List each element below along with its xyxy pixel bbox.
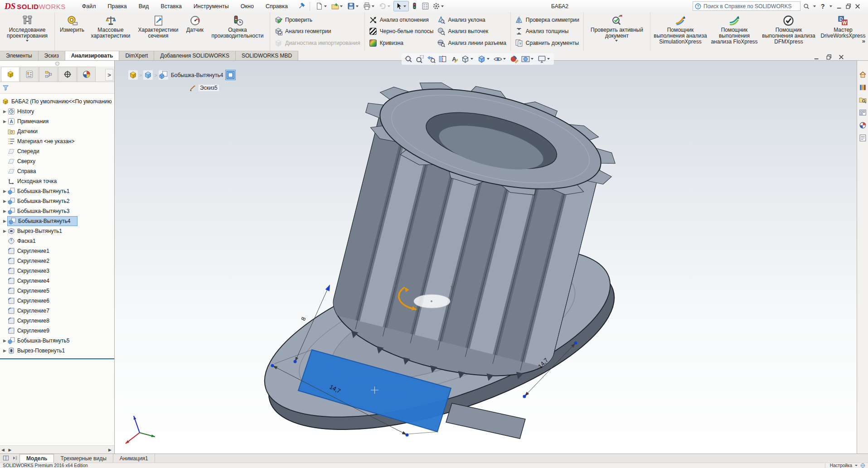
custom-properties-icon[interactable] — [859, 134, 867, 142]
close-window-icon[interactable] — [838, 54, 844, 60]
file-properties-button[interactable] — [420, 1, 431, 11]
ribbon-button-performance-evaluation[interactable]: Оценка производительности — [208, 14, 267, 40]
tree-item-Бобышка-Вытянуть1[interactable]: ▶Бобышка-Вытянуть1 — [0, 186, 114, 196]
zoom-fit-button[interactable] — [404, 55, 413, 63]
tree-root-item[interactable]: БАБА2 (По умолчанию<<По умолчанию — [0, 96, 114, 106]
ribbon-tab-5[interactable]: SOLIDWORKS MBD — [236, 51, 298, 60]
new-document-button[interactable] — [314, 1, 330, 11]
ribbon-button-deviation-analysis[interactable]: Анализ отклонения — [369, 14, 434, 25]
tree-item-Скругление8[interactable]: Скругление8 — [0, 316, 114, 326]
ribbon-button-symmetry-check[interactable]: Проверка симметрии — [515, 14, 579, 25]
panel-tab-configurationmanager[interactable] — [39, 67, 58, 82]
resources-icon[interactable] — [859, 71, 867, 78]
panel-tab-featuremanager[interactable] — [1, 67, 19, 82]
panel-flyout-arrow[interactable]: > — [105, 69, 113, 81]
model-3d-view[interactable]: 14,714,78Yx — [115, 61, 857, 454]
panel-tab-propertymanager[interactable] — [20, 67, 39, 82]
ribbon-button-measure[interactable]: Измерить — [57, 14, 87, 34]
sketch-point[interactable] — [574, 342, 577, 345]
expand-arrow-icon[interactable]: ▶ — [2, 109, 8, 114]
tree-item-Примечания[interactable]: ▶AПримечания — [0, 116, 114, 126]
tree-item-Скругление6[interactable]: Скругление6 — [0, 296, 114, 306]
document-tab-1[interactable]: Трехмерные виды — [54, 454, 113, 463]
expand-arrow-icon[interactable]: ▶ — [2, 189, 8, 193]
tree-item-Скругление1[interactable]: Скругление1 — [0, 246, 114, 256]
ribbon-button-sensor[interactable]: Датчик — [182, 14, 208, 34]
ribbon-button-driveworksxpress[interactable]: DWМастер DriveWorksXpress — [817, 14, 868, 40]
breadcrumb-sketch-label[interactable]: Эскиз5 — [199, 85, 219, 91]
ribbon-button-undercut-analysis[interactable]: Анализ выточек — [437, 26, 506, 37]
help-search-input[interactable]: ?Поиск в Справке по SOLIDWORKS — [693, 1, 800, 11]
feature-tree-filter[interactable] — [0, 82, 114, 94]
ribbon-button-zebra-stripes[interactable]: Черно-белые полосы — [369, 26, 434, 37]
tree-item-Датчики[interactable]: Датчики — [0, 126, 114, 136]
menu-item-6[interactable]: Справка — [262, 2, 291, 11]
zoom-area-button[interactable] — [416, 55, 424, 63]
ribbon-button-check-solid[interactable]: Проверить — [274, 14, 360, 25]
tree-item-Вырез-Вытянуть1[interactable]: ▶Вырез-Вытянуть1 — [0, 226, 114, 236]
minimize-window-icon[interactable] — [836, 3, 843, 10]
rollback-bar[interactable] — [0, 358, 114, 359]
ribbon-button-design-checker[interactable]: *Проверить активный документ — [586, 14, 648, 43]
panel-splitter-dot[interactable] — [0, 61, 114, 67]
tree-item-Скругление5[interactable]: Скругление5 — [0, 286, 114, 296]
tree-item-Скругление7[interactable]: Скругление7 — [0, 306, 114, 316]
tree-item-Скругление4[interactable]: Скругление4 — [0, 276, 114, 286]
dimension-label-c[interactable]: 8 — [300, 316, 307, 322]
tree-item-Бобышка-Вытянуть3[interactable]: ▶Бобышка-Вытянуть3 — [0, 206, 114, 216]
ribbon-button-simulationxpress[interactable]: Помощник выполнения анализа SimulationXp… — [653, 14, 708, 46]
close-window-icon[interactable] — [854, 3, 861, 10]
ribbon-overflow-chevron[interactable]: » — [862, 38, 865, 44]
sketch-point[interactable] — [271, 364, 274, 367]
help-button[interactable]: ? — [820, 3, 826, 10]
graphics-area[interactable]: 14,714,78Yx — [115, 61, 857, 454]
sketch-icon[interactable] — [189, 84, 196, 91]
apply-scene-button[interactable] — [521, 55, 535, 63]
ribbon-button-design-study[interactable]: Исследование проектирования — [2, 14, 52, 43]
rebuild-button[interactable] — [409, 1, 420, 11]
open-button[interactable] — [330, 1, 345, 11]
expand-arrow-icon[interactable]: ▶ — [2, 348, 8, 353]
expand-arrow-icon[interactable]: ▶ — [2, 219, 8, 223]
section-view-button[interactable] — [438, 55, 447, 63]
tree-item-Скругление3[interactable]: Скругление3 — [0, 266, 114, 276]
menu-item-4[interactable]: Инструменты — [190, 2, 233, 11]
ribbon-button-curvature[interactable]: Кривизна — [369, 38, 434, 48]
view-orientation-button[interactable] — [461, 55, 475, 63]
view-settings-button[interactable] — [538, 55, 551, 63]
ribbon-button-section-properties[interactable]: Характеристики сечения — [134, 14, 182, 40]
previous-view-button[interactable] — [427, 55, 436, 63]
pin-icon[interactable] — [298, 2, 305, 10]
menu-item-1[interactable]: Правка — [104, 2, 131, 11]
search-icon[interactable] — [803, 3, 810, 10]
ribbon-button-dfmxpress[interactable]: Помощник выполнения анализа DFMXpress — [761, 14, 817, 46]
ribbon-button-parting-line-analysis[interactable]: Анализ линии разъема — [437, 38, 506, 48]
solid-body-icon[interactable] — [143, 70, 153, 80]
restore-window-icon[interactable] — [845, 3, 852, 10]
tree-item-Спереди[interactable]: Спереди — [0, 146, 114, 156]
ribbon-tab-4[interactable]: Добавления SOLIDWORKS — [154, 51, 236, 60]
tree-item-Скругление2[interactable]: Скругление2 — [0, 256, 114, 266]
tree-item-Сверху[interactable]: Сверху — [0, 156, 114, 166]
sketch-point[interactable] — [523, 395, 526, 398]
ribbon-tab-1[interactable]: Эскиз — [39, 51, 65, 60]
expand-arrow-icon[interactable]: ▶ — [2, 119, 8, 124]
ribbon-button-draft-analysis[interactable]: Анализ уклона — [437, 14, 506, 25]
ribbon-button-floxpress[interactable]: Помощник выполнения анализа FloXpress — [708, 14, 761, 46]
ribbon-tab-0[interactable]: Элементы — [0, 51, 39, 60]
expand-arrow-icon[interactable]: ▶ — [2, 338, 8, 343]
display-style-button[interactable] — [477, 55, 491, 63]
menu-item-3[interactable]: Вставка — [157, 2, 185, 11]
save-button[interactable] — [346, 1, 361, 11]
sketch-selected-icon[interactable] — [226, 70, 235, 80]
panel-tab-dimxpertmanager[interactable] — [58, 67, 77, 82]
tree-item-Бобышка-Вытянуть2[interactable]: ▶Бобышка-Вытянуть2 — [0, 196, 114, 206]
tab-list-icon[interactable] — [11, 455, 19, 461]
ribbon-tab-2[interactable]: Анализировать — [65, 51, 120, 60]
scroll-right-button[interactable]: ▶ — [108, 448, 113, 452]
view-palette-icon[interactable] — [859, 109, 867, 116]
tree-selected-item[interactable]: Бобышка-Вытянуть4 — [8, 217, 77, 226]
ribbon-button-thickness-analysis[interactable]: Анализ толщины — [515, 26, 579, 37]
options-button[interactable] — [431, 1, 446, 11]
edit-appearance-button[interactable] — [510, 55, 519, 63]
